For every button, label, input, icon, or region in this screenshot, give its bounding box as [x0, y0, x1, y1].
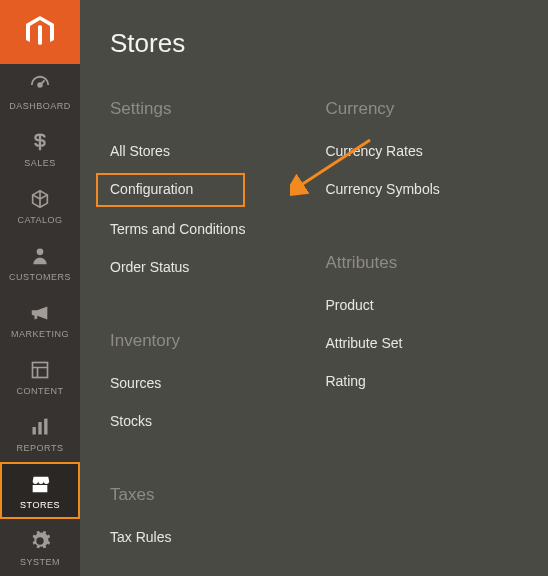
layout-icon	[28, 358, 52, 382]
menu-stocks[interactable]: Stocks	[110, 413, 245, 429]
nav-customers-label: CUSTOMERS	[9, 272, 71, 282]
menu-all-stores[interactable]: All Stores	[110, 143, 245, 159]
inventory-heading: Inventory	[110, 331, 245, 351]
magento-logo[interactable]	[0, 0, 80, 64]
settings-heading: Settings	[110, 99, 245, 119]
gear-icon	[28, 529, 52, 553]
svg-rect-3	[38, 422, 41, 435]
nav-content[interactable]: CONTENT	[0, 348, 80, 405]
menu-tax-rules[interactable]: Tax Rules	[110, 529, 245, 545]
storefront-icon	[28, 472, 52, 496]
configuration-highlight: Configuration	[96, 173, 245, 207]
nav-sales-label: SALES	[24, 158, 56, 168]
nav-system-label: SYSTEM	[20, 557, 60, 567]
menu-attribute-set[interactable]: Attribute Set	[325, 335, 439, 351]
menu-product[interactable]: Product	[325, 297, 439, 313]
nav-sales[interactable]: SALES	[0, 121, 80, 178]
svg-point-0	[37, 248, 44, 255]
page-title: Stores	[110, 28, 548, 59]
nav-reports[interactable]: REPORTS	[0, 405, 80, 462]
menu-terms[interactable]: Terms and Conditions	[110, 221, 245, 237]
admin-sidebar: DASHBOARD SALES CATALOG CUSTOMERS MARKET…	[0, 0, 80, 576]
nav-stores-label: STORES	[20, 500, 60, 510]
menu-currency-rates[interactable]: Currency Rates	[325, 143, 439, 159]
person-icon	[28, 244, 52, 268]
menu-order-status[interactable]: Order Status	[110, 259, 245, 275]
attributes-heading: Attributes	[325, 253, 439, 273]
nav-dashboard-label: DASHBOARD	[9, 101, 71, 111]
nav-marketing[interactable]: MARKETING	[0, 291, 80, 348]
gauge-icon	[28, 73, 52, 97]
megaphone-icon	[28, 301, 52, 325]
svg-rect-4	[44, 418, 47, 434]
nav-system[interactable]: SYSTEM	[0, 519, 80, 576]
submenu-right-column: Currency Currency Rates Currency Symbols…	[325, 99, 439, 567]
currency-heading: Currency	[325, 99, 439, 119]
submenu-left-column: Settings All Stores Configuration Terms …	[110, 99, 245, 567]
nav-customers[interactable]: CUSTOMERS	[0, 235, 80, 292]
nav-dashboard[interactable]: DASHBOARD	[0, 64, 80, 121]
cube-icon	[28, 187, 52, 211]
stores-submenu-panel: Stores Settings All Stores Configuration…	[80, 0, 548, 576]
svg-rect-1	[33, 362, 48, 377]
svg-rect-2	[33, 427, 36, 435]
nav-content-label: CONTENT	[17, 386, 64, 396]
menu-configuration[interactable]: Configuration	[110, 181, 231, 197]
nav-catalog-label: CATALOG	[17, 215, 62, 225]
menu-sources[interactable]: Sources	[110, 375, 245, 391]
nav-catalog[interactable]: CATALOG	[0, 178, 80, 235]
menu-currency-symbols[interactable]: Currency Symbols	[325, 181, 439, 197]
menu-rating[interactable]: Rating	[325, 373, 439, 389]
nav-stores[interactable]: STORES	[0, 462, 80, 519]
magento-logo-icon	[26, 16, 54, 48]
bar-chart-icon	[28, 415, 52, 439]
nav-marketing-label: MARKETING	[11, 329, 69, 339]
nav-reports-label: REPORTS	[17, 443, 64, 453]
dollar-icon	[28, 130, 52, 154]
taxes-heading: Taxes	[110, 485, 245, 505]
